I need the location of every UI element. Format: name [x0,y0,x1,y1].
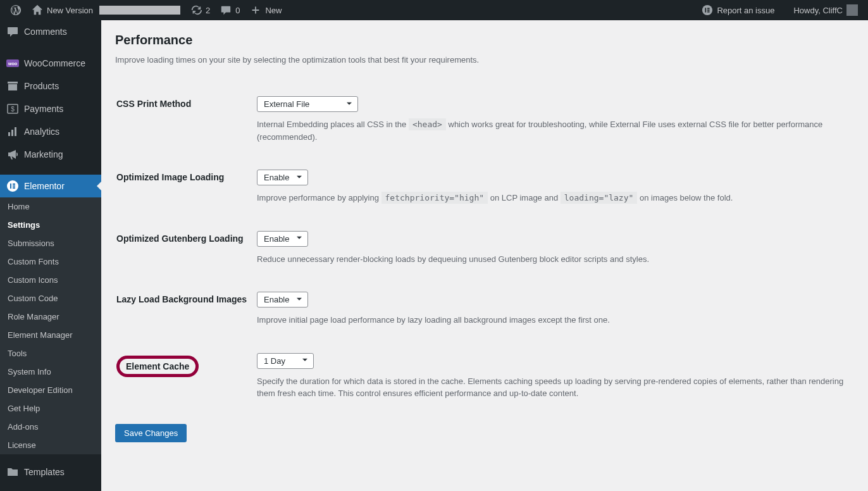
setting-help: Improve performance by applying fetchpri… [257,192,853,204]
page-description: Improve loading times on your site by se… [115,55,854,65]
element-cache-select[interactable]: 1 Day [257,353,314,369]
optimized-gutenberg-select[interactable]: Enable [257,231,308,247]
svg-rect-16 [13,187,15,189]
main-content: Performance Improve loading times on you… [101,20,868,491]
code-loading-lazy: loading="lazy" [561,192,638,204]
sidebar-item-label: Marketing [24,149,63,159]
sidebar-item-label: Analytics [24,127,59,137]
submenu-submissions[interactable]: Submissions [0,234,101,252]
submenu-settings[interactable]: Settings [0,216,101,234]
svg-text:$: $ [11,106,15,113]
submenu-custom-fonts[interactable]: Custom Fonts [0,252,101,271]
updates-link[interactable]: 2 [185,0,215,20]
svg-text:woo: woo [8,61,17,66]
elementor-badge-icon [702,4,713,16]
folder-icon [6,466,19,478]
megaphone-icon [6,148,19,161]
sidebar-item-payments[interactable]: $ Payments [0,97,101,120]
setting-row-element-cache: Element Cache 1 Day Specify the duration… [116,342,853,414]
comment-icon [220,4,232,16]
setting-row-lazy-bg: Lazy Load Background Images Enable Impro… [116,280,853,340]
setting-row-optimized-image: Optimized Image Loading Enable Improve p… [116,158,853,218]
sidebar-submenu: Home Settings Submissions Custom Fonts C… [0,197,101,454]
sidebar-item-elementor[interactable]: Elementor [0,175,101,197]
submenu-home[interactable]: Home [0,197,101,216]
css-print-select[interactable]: External File [257,96,358,112]
setting-help: Internal Embedding places all CSS in the… [257,118,853,143]
updates-count: 2 [206,6,210,15]
sidebar-item-woocommerce[interactable]: woo WooCommerce [0,52,101,75]
site-name-link[interactable]: New Version [27,0,185,20]
submenu-license[interactable]: License [0,436,101,454]
submenu-element-manager[interactable]: Element Manager [0,326,101,344]
analytics-icon [6,125,19,138]
sidebar-item-templates[interactable]: Templates [0,461,101,483]
submenu-developer-edition[interactable]: Developer Edition [0,381,101,399]
site-name: New Version [47,6,93,15]
submenu-custom-icons[interactable]: Custom Icons [0,271,101,289]
elementor-icon [6,180,19,192]
masked-text [99,6,180,15]
svg-rect-15 [13,185,15,187]
update-icon [190,4,202,16]
wordpress-icon [10,4,22,16]
wp-logo[interactable] [5,0,27,20]
comment-icon [6,25,19,38]
setting-help: Improve initial page load performance by… [257,314,853,326]
howdy-text: Howdy, CliffC [793,6,843,15]
new-label: New [265,6,282,15]
new-link[interactable]: New [245,0,287,20]
svg-rect-14 [13,183,15,185]
archive-icon [6,80,19,92]
submenu-tools[interactable]: Tools [0,344,101,363]
setting-label: Optimized Gutenberg Loading [116,220,256,280]
setting-label: Lazy Load Background Images [116,280,256,340]
svg-rect-11 [15,127,16,136]
submenu-get-help[interactable]: Get Help [0,399,101,418]
svg-rect-1 [705,8,707,12]
setting-label: Element Cache [116,342,256,414]
setting-row-css-print: CSS Print Method External File Internal … [116,85,853,157]
sidebar-item-label: Products [24,81,59,91]
submenu-custom-code[interactable]: Custom Code [0,289,101,308]
optimized-image-select[interactable]: Enable [257,170,308,185]
setting-label: Optimized Image Loading [116,158,256,218]
avatar [846,4,858,16]
svg-rect-3 [707,9,710,11]
submenu-role-manager[interactable]: Role Manager [0,308,101,326]
report-issue-link[interactable]: Report an issue [697,0,779,20]
setting-help: Reduce unnecessary render-blocking loads… [257,253,853,266]
submenu-system-info[interactable]: System Info [0,363,101,381]
code-head: <head> [409,118,446,130]
setting-help: Specify the duration for which data is s… [257,375,853,400]
account-link[interactable]: Howdy, CliffC [788,0,863,20]
sidebar-item-label: Comments [24,27,67,37]
save-changes-button[interactable]: Save Changes [115,424,187,442]
svg-rect-13 [10,183,11,189]
page-title: Performance [115,33,854,47]
setting-row-optimized-gutenberg: Optimized Gutenberg Loading Enable Reduc… [116,220,853,280]
element-cache-highlight: Element Cache [116,356,199,377]
sidebar-item-label: Payments [24,104,63,114]
sidebar-item-label: Templates [24,467,65,477]
sidebar-item-label: Elementor [24,181,65,191]
comments-link[interactable]: 0 [215,0,245,20]
sidebar-item-analytics[interactable]: Analytics [0,120,101,143]
sidebar-item-comments[interactable]: Comments [0,20,101,43]
svg-rect-4 [707,11,710,13]
report-issue-label: Report an issue [717,6,774,15]
woo-icon: woo [6,57,19,70]
submenu-add-ons[interactable]: Add-ons [0,418,101,436]
admin-bar: New Version 2 0 New Report an issue Howd… [0,0,868,20]
home-icon [32,4,43,16]
svg-rect-9 [8,132,10,136]
sidebar-item-marketing[interactable]: Marketing [0,143,101,166]
sidebar-item-label: WooCommerce [24,58,85,68]
sidebar-item-products[interactable]: Products [0,75,101,97]
lazy-bg-select[interactable]: Enable [257,292,308,308]
svg-rect-10 [11,130,13,136]
plus-icon [250,4,261,16]
admin-sidebar: Comments woo WooCommerce Products $ Paym… [0,20,101,491]
payments-icon: $ [6,103,19,115]
code-fetchpriority: fetchpriority="high" [381,192,488,204]
